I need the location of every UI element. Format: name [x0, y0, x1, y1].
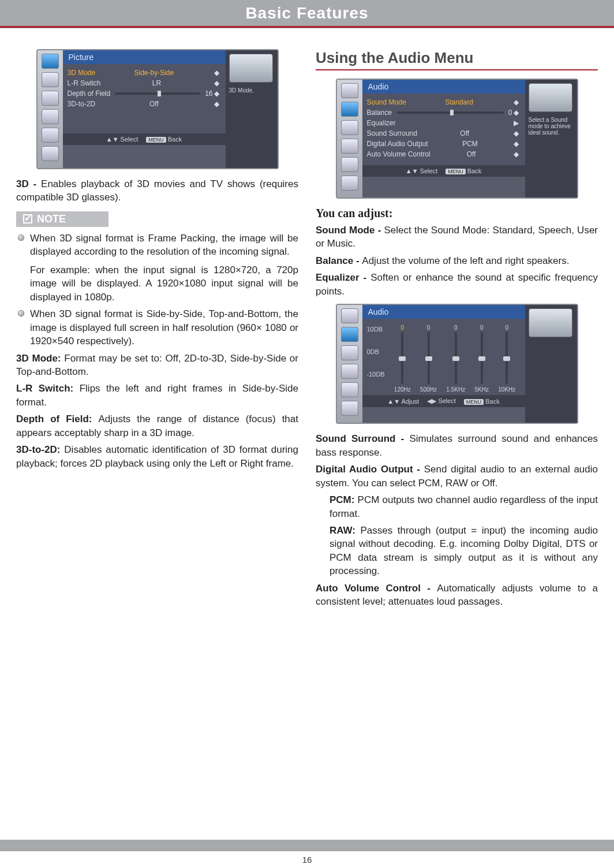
preview-thumbnail: [229, 54, 273, 83]
checkmark-icon: [23, 214, 32, 223]
auto-volume-desc: Auto Volume Control - Automatically adju…: [316, 582, 598, 609]
lock-icon: [341, 176, 358, 191]
settings-icon: [341, 382, 358, 397]
pcm-desc: PCM: PCM outputs two channel audio regar…: [316, 493, 598, 520]
osd-row: Digital Audio OutputPCM◆: [367, 139, 521, 149]
audio-icon: [341, 102, 358, 117]
osd-row: Sound SurroundOff◆: [367, 128, 521, 139]
eq-band: 010KHz: [498, 325, 515, 393]
balance-desc: Balance - Adjust the volume of the left …: [316, 254, 598, 267]
3d-intro: 3D - Enables playback of 3D movies and T…: [16, 177, 298, 204]
note-heading: NOTE: [16, 211, 108, 227]
equalizer-desc: Equalizer - Soften or enhance the sound …: [316, 271, 598, 298]
audio-osd: Audio Sound ModeStandard◆Balance0◆Equali…: [336, 79, 578, 199]
osd-icon-column: [38, 50, 63, 168]
lock-icon: [341, 401, 358, 416]
picture-osd: Picture 3D ModeSide-by-Side◆L-R SwitchLR…: [36, 49, 279, 169]
audio-icon: [341, 327, 358, 342]
osd-title: Audio: [362, 80, 525, 94]
channel-icon: [341, 345, 358, 360]
eq-scale-bot: -10DB: [367, 371, 385, 378]
preview-thumbnail: [529, 83, 572, 112]
picture-icon: [341, 83, 358, 98]
osd-row: Depth of Field16◆: [68, 88, 221, 99]
eq-band: 0120Hz: [394, 325, 411, 393]
osd-row: L-R SwitchLR◆: [68, 78, 221, 88]
osd-icon-column: [337, 305, 362, 423]
depth-of-field-desc: Depth of Field: Adjusts the range of dis…: [16, 412, 298, 439]
network-icon: [42, 109, 59, 124]
osd-info-text: Select a Sound mode to achieve ideal sou…: [529, 117, 574, 136]
channel-icon: [42, 91, 59, 106]
osd-row: Sound ModeStandard◆: [367, 97, 521, 107]
osd-row: Auto Volume ControlOff◆: [367, 149, 521, 159]
note-bullet-2: When 3D signal format is Side-by-Side, T…: [30, 307, 298, 348]
note-bullet-1: When 3D signal format is Frame Packing, …: [30, 232, 298, 304]
network-icon: [341, 364, 358, 379]
left-column: Picture 3D ModeSide-by-Side◆L-R SwitchLR…: [16, 49, 298, 612]
osd-row: 3D-to-2DOff◆: [68, 99, 221, 109]
settings-icon: [42, 128, 59, 143]
3d-to-2d-desc: 3D-to-2D: Disables automatic identificat…: [16, 443, 298, 470]
osd-row: Balance0◆: [367, 107, 521, 118]
raw-desc: RAW: Passes through (output = input) the…: [316, 524, 598, 578]
picture-icon: [341, 308, 358, 323]
3d-mode-desc: 3D Mode: Format may be set to: Off, 2D-t…: [16, 352, 298, 379]
equalizer-osd: Audio 10DB 0DB -10DB 0120Hz0500Hz01.5KHz…: [336, 304, 578, 424]
osd-title: Audio: [362, 305, 525, 319]
eq-band: 0500Hz: [420, 325, 437, 393]
osd-row: 3D ModeSide-by-Side◆: [68, 68, 221, 78]
osd-icon-column: [337, 80, 362, 198]
page-header: Basic Features: [0, 0, 614, 26]
preview-thumbnail: [529, 308, 572, 337]
sound-surround-desc: Sound Surround - Simulates surround soun…: [316, 432, 598, 459]
right-column: Using the Audio Menu Audio Sound ModeSta…: [316, 49, 598, 612]
settings-icon: [341, 157, 358, 172]
osd-footer: ▲▼ Adjust ◀▶ Select MENU Back: [362, 395, 525, 407]
lr-switch-desc: L-R Switch: Flips the left and right fra…: [16, 382, 298, 409]
page-number: 16: [0, 855, 614, 865]
picture-icon: [42, 54, 59, 69]
page-footer: 16: [0, 840, 614, 865]
osd-title: Picture: [63, 50, 226, 64]
digital-audio-output-desc: Digital Audio Output - Send digital audi…: [316, 463, 598, 490]
eq-band: 01.5KHz: [446, 325, 465, 393]
adjust-heading: You can adjust:: [316, 207, 598, 220]
eq-scale-mid: 0DB: [367, 348, 385, 355]
osd-info-text: 3D Mode.: [229, 87, 274, 94]
eq-band: 05KHz: [475, 325, 489, 393]
network-icon: [341, 139, 358, 154]
audio-menu-heading: Using the Audio Menu: [316, 49, 598, 70]
audio-icon: [42, 72, 59, 87]
sound-mode-desc: Sound Mode - Select the Sound Mode: Stan…: [316, 223, 598, 251]
osd-footer: ▲▼ Select MENU Back: [362, 165, 525, 177]
osd-footer: ▲▼ Select MENU Back: [63, 133, 226, 145]
osd-row: Equalizer▶: [367, 118, 521, 128]
eq-scale-top: 10DB: [367, 326, 385, 333]
lock-icon: [42, 146, 59, 161]
channel-icon: [341, 120, 358, 135]
